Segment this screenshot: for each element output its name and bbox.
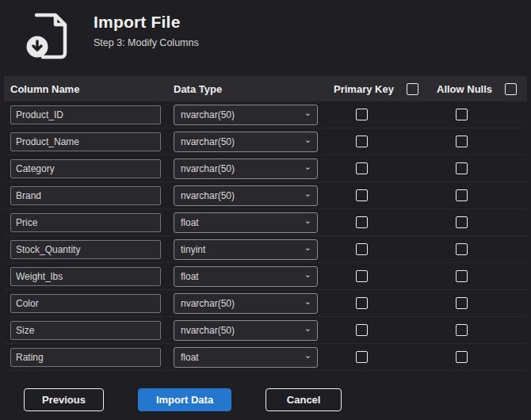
column-name-cell — [4, 159, 167, 178]
data-type-select[interactable]: float — [174, 212, 318, 233]
column-name-cell — [4, 213, 167, 232]
table-row: nvarchar(50) ⌄ — [4, 290, 527, 317]
column-name-cell — [4, 132, 167, 151]
column-name-cell — [4, 267, 167, 286]
allow-nulls-checkbox[interactable] — [456, 243, 468, 255]
column-name-input[interactable] — [10, 321, 161, 340]
table-row: tinyint ⌄ — [4, 236, 527, 263]
primary-key-cell — [327, 216, 430, 228]
allow-nulls-header-checkbox[interactable] — [505, 83, 517, 95]
data-type-select[interactable]: float — [174, 347, 318, 368]
table-row: nvarchar(50) ⌄ — [4, 155, 527, 182]
table-row: nvarchar(50) ⌄ — [4, 101, 527, 128]
data-type-cell: nvarchar(50) ⌄ — [167, 105, 327, 125]
dialog-header: Import File Step 3: Modify Columns — [0, 0, 531, 76]
data-type-select-wrap: float ⌄ — [174, 212, 318, 233]
allow-nulls-checkbox[interactable] — [456, 109, 468, 120]
allow-nulls-checkbox[interactable] — [456, 216, 468, 228]
cancel-button[interactable]: Cancel — [266, 388, 342, 411]
table-row: float ⌄ — [4, 344, 527, 371]
column-name-cell — [4, 321, 167, 340]
column-name-input[interactable] — [10, 267, 161, 286]
header-allow-nulls: Allow Nulls — [430, 83, 527, 95]
primary-key-checkbox[interactable] — [356, 270, 368, 282]
data-type-select[interactable]: nvarchar(50) — [174, 185, 318, 206]
allow-nulls-checkbox[interactable] — [456, 162, 468, 174]
column-name-input[interactable] — [10, 348, 161, 367]
primary-key-checkbox[interactable] — [356, 109, 368, 120]
allow-nulls-cell — [430, 351, 527, 363]
data-type-select-wrap: nvarchar(50) ⌄ — [174, 185, 318, 206]
allow-nulls-cell — [430, 136, 527, 147]
primary-key-checkbox[interactable] — [356, 189, 368, 201]
header-data-type: Data Type — [167, 83, 327, 95]
data-type-cell: float ⌄ — [167, 347, 327, 368]
column-name-input[interactable] — [10, 294, 161, 313]
header-column-name: Column Name — [4, 83, 167, 95]
data-type-cell: nvarchar(50) ⌄ — [167, 132, 327, 152]
table-row: nvarchar(50) ⌄ — [4, 182, 527, 209]
import-data-button[interactable]: Import Data — [138, 388, 231, 411]
column-name-input[interactable] — [10, 159, 161, 178]
primary-key-checkbox[interactable] — [356, 351, 368, 363]
page-subtitle: Step 3: Modify Columns — [94, 37, 199, 48]
data-type-select-wrap: nvarchar(50) ⌄ — [174, 105, 318, 125]
column-name-cell — [4, 348, 167, 367]
allow-nulls-checkbox[interactable] — [456, 270, 468, 282]
data-type-select-wrap: nvarchar(50) ⌄ — [174, 158, 318, 179]
allow-nulls-checkbox[interactable] — [456, 324, 468, 336]
table-row: float ⌄ — [4, 209, 527, 236]
data-type-select[interactable]: tinyint — [174, 239, 318, 260]
columns-table: Column Name Data Type Primary Key Allow … — [4, 76, 527, 371]
primary-key-checkbox[interactable] — [356, 216, 368, 228]
primary-key-cell — [327, 324, 430, 336]
allow-nulls-cell — [430, 216, 527, 228]
primary-key-header-checkbox[interactable] — [407, 83, 418, 95]
allow-nulls-checkbox[interactable] — [456, 136, 468, 147]
data-type-select[interactable]: nvarchar(50) — [174, 158, 318, 179]
data-type-select-wrap: float ⌄ — [174, 266, 318, 287]
column-name-input[interactable] — [10, 240, 161, 259]
table-row: nvarchar(50) ⌄ — [4, 128, 527, 155]
primary-key-checkbox[interactable] — [356, 324, 368, 336]
primary-key-checkbox[interactable] — [356, 136, 368, 147]
allow-nulls-checkbox[interactable] — [456, 189, 468, 201]
data-type-cell: nvarchar(50) ⌄ — [167, 293, 327, 314]
data-type-cell: tinyint ⌄ — [167, 239, 327, 260]
primary-key-checkbox[interactable] — [356, 162, 368, 174]
data-type-select[interactable]: nvarchar(50) — [174, 132, 318, 152]
data-type-select[interactable]: nvarchar(50) — [174, 320, 318, 341]
table-row: float ⌄ — [4, 263, 527, 290]
column-name-input[interactable] — [10, 186, 161, 205]
data-type-cell: float ⌄ — [167, 212, 327, 233]
header-text: Import File Step 3: Modify Columns — [94, 11, 199, 48]
primary-key-cell — [327, 297, 430, 309]
allow-nulls-checkbox[interactable] — [456, 351, 468, 363]
primary-key-cell — [327, 136, 430, 147]
column-name-input[interactable] — [10, 105, 161, 124]
column-name-input[interactable] — [10, 132, 161, 151]
data-type-select-wrap: nvarchar(50) ⌄ — [174, 132, 318, 152]
data-type-cell: float ⌄ — [167, 266, 327, 287]
allow-nulls-checkbox[interactable] — [456, 297, 468, 309]
column-name-cell — [4, 240, 167, 259]
allow-nulls-cell — [430, 297, 527, 309]
primary-key-cell — [327, 243, 430, 255]
primary-key-cell — [327, 162, 430, 174]
data-type-select-wrap: nvarchar(50) ⌄ — [174, 320, 318, 341]
previous-button[interactable]: Previous — [24, 388, 104, 411]
header-primary-key-label: Primary Key — [334, 83, 394, 95]
page-title: Import File — [94, 13, 199, 32]
data-type-select[interactable]: nvarchar(50) — [174, 293, 318, 314]
data-type-select[interactable]: nvarchar(50) — [174, 105, 318, 125]
primary-key-checkbox[interactable] — [356, 297, 368, 309]
data-type-select[interactable]: float — [174, 266, 318, 287]
allow-nulls-cell — [430, 243, 527, 255]
allow-nulls-cell — [430, 109, 527, 120]
primary-key-checkbox[interactable] — [356, 243, 368, 255]
allow-nulls-cell — [430, 189, 527, 201]
column-name-cell — [4, 294, 167, 313]
column-name-cell — [4, 186, 167, 205]
column-name-input[interactable] — [10, 213, 161, 232]
header-primary-key: Primary Key — [327, 83, 430, 95]
